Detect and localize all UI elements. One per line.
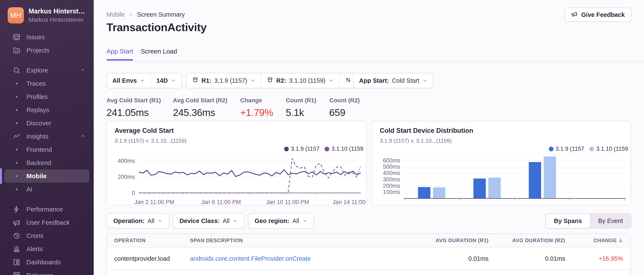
sidebar-item-dashboards[interactable]: Dashboards xyxy=(4,255,90,269)
column-header-change[interactable]: Change xyxy=(565,237,630,243)
release-box-icon xyxy=(267,77,273,85)
sidebar-item-profiles[interactable]: Profiles xyxy=(4,90,90,103)
column-header-span-description[interactable]: Span Description xyxy=(190,237,418,243)
filter-value: All xyxy=(292,217,299,224)
alerts-icon xyxy=(12,245,21,253)
svg-text:Jan 6 11:00 PM: Jan 6 11:00 PM xyxy=(201,199,241,205)
svg-text:100ms: 100ms xyxy=(383,189,400,195)
filter-label: Operation: xyxy=(113,217,144,224)
sidebar-item-user-feedback[interactable]: User Feedback xyxy=(4,216,90,229)
active-indicator xyxy=(0,168,2,184)
sidebar-item-traces[interactable]: Traces xyxy=(4,77,90,90)
table-row[interactable]: contentprovider.loadandroidx.core.conten… xyxy=(107,247,630,270)
main-content: Mobile Screen Summary Give Feedback Tran… xyxy=(94,0,644,275)
svg-text:400ms: 400ms xyxy=(383,170,400,176)
tab-screen-load[interactable]: Screen Load xyxy=(141,48,177,61)
toggle-by-event[interactable]: By Event xyxy=(590,214,631,228)
avatar: MH xyxy=(8,7,24,24)
span-description-link[interactable]: androidx.core.content.FileProvider.onCre… xyxy=(190,255,311,262)
span-filters: Operation:AllDevice Class:AllGeo region:… xyxy=(106,213,314,228)
sidebar: MH Markus Hinterst… Markus Hintersteiner… xyxy=(0,0,94,275)
svg-text:400ms: 400ms xyxy=(118,158,135,164)
toggle-by-spans[interactable]: By Spans xyxy=(546,213,590,228)
stat-change: Change+1.79% xyxy=(240,97,273,118)
cell-span-description: androidx.core.content.FileProvider.onCre… xyxy=(190,255,418,262)
svg-text:medium: medium xyxy=(477,204,497,205)
stat-value: +1.79% xyxy=(240,107,273,118)
sidebar-item-crons[interactable]: Crons xyxy=(4,229,90,242)
sidebar-item-projects[interactable]: Projects xyxy=(4,44,90,57)
period-filter[interactable]: 14D xyxy=(150,73,181,88)
filter-operation-[interactable]: Operation:All xyxy=(106,213,169,228)
cell-avg-duration-r2: 0.01ms xyxy=(488,255,565,262)
filter-value: All xyxy=(222,217,229,224)
environment-filter[interactable]: All Envs xyxy=(107,73,150,88)
sidebar-item-label: Replays xyxy=(26,106,50,114)
filter-value: All xyxy=(148,217,154,224)
sidebar-item-label: Insights xyxy=(26,133,48,140)
sidebar-item-ai[interactable]: AI xyxy=(4,183,90,196)
legend-label[interactable]: 3.1.10 (1159 xyxy=(596,146,628,152)
env-period-filter-group: All Envs 14D xyxy=(106,73,182,88)
chevron-down-icon xyxy=(302,218,307,223)
sidebar-item-performance[interactable]: Performance xyxy=(4,203,90,216)
sidebar-item-backend[interactable]: Backend xyxy=(4,156,90,169)
chevron-down-icon xyxy=(328,78,334,83)
sidebar-item-label: User Feedback xyxy=(26,219,70,226)
sidebar-item-insights[interactable]: Insights xyxy=(4,130,90,143)
legend-label[interactable]: 3.1.10 (1159 xyxy=(331,146,363,152)
sidebar-item-label: Explore xyxy=(26,67,48,74)
stat-count-r2-: Count (R2)659 xyxy=(329,97,360,118)
sidebar-item-label: Issues xyxy=(26,34,45,41)
sidebar-item-mobile[interactable]: Mobile xyxy=(4,169,90,183)
filter-device-class-[interactable]: Device Class:All xyxy=(173,213,244,228)
give-feedback-button[interactable]: Give Feedback xyxy=(564,8,631,22)
svg-text:200ms: 200ms xyxy=(383,183,400,189)
sidebar-item-alerts[interactable]: Alerts xyxy=(4,242,90,255)
sidebar-item-discover[interactable]: Discover xyxy=(4,117,90,130)
stat-count-r1-: Count (R1)5.1k xyxy=(286,97,316,118)
chevron-up-icon xyxy=(80,133,86,140)
stat-value: 245.36ms xyxy=(173,107,228,118)
performance-icon xyxy=(12,205,21,213)
chart-legend: 3.1.9 (11573.1.10 (1159 xyxy=(281,146,363,152)
bullet-icon xyxy=(12,162,21,164)
sidebar-item-frontend[interactable]: Frontend xyxy=(4,143,90,156)
search-icon xyxy=(12,66,21,74)
breadcrumb-mobile[interactable]: Mobile xyxy=(106,11,124,18)
column-header-avg-duration-r2-[interactable]: Avg Duration (R2) xyxy=(488,237,565,243)
column-header-operation[interactable]: Operation xyxy=(107,237,190,243)
sidebar-item-replays[interactable]: Replays xyxy=(4,103,90,117)
sidebar-item-issues[interactable]: Issues xyxy=(4,31,90,44)
release-r2-selector[interactable]: R2: 3.1.10 (1159) xyxy=(261,73,339,88)
legend-label[interactable]: 3.1.9 (1157 xyxy=(291,146,320,152)
stat-value: 5.1k xyxy=(286,107,316,118)
sidebar-item-label: Discover xyxy=(26,120,51,127)
releases-icon xyxy=(12,271,21,275)
org-switcher[interactable]: MH Markus Hinterst… Markus Hintersteiner xyxy=(8,7,88,24)
legend-dot xyxy=(549,147,554,151)
tab-app-start[interactable]: App Start xyxy=(106,48,133,61)
breadcrumb-screen-summary: Screen Summary xyxy=(137,11,185,18)
filter-label: Device Class: xyxy=(180,217,220,224)
sidebar-item-label: Projects xyxy=(26,47,50,54)
sidebar-item-label: Mobile xyxy=(26,172,47,180)
dashboards-icon xyxy=(12,258,21,266)
sidebar-item-releases[interactable]: Releases xyxy=(4,269,90,275)
sidebar-item-label: Alerts xyxy=(26,245,43,253)
legend-label[interactable]: 3.1.9 (1157 xyxy=(556,146,584,152)
stat-label: Avg Cold Start (R1) xyxy=(106,97,161,104)
release-r1-selector[interactable]: R1: 3.1.9 (1157) xyxy=(186,73,261,88)
column-header-avg-duration-r1-[interactable]: Avg Duration (R1) xyxy=(418,237,488,243)
sidebar-item-explore[interactable]: Explore xyxy=(4,64,90,77)
filter-geo-region-[interactable]: Geo region:All xyxy=(248,213,314,228)
svg-text:Jan 14 11:00 PM: Jan 14 11:00 PM xyxy=(333,199,366,205)
stat-label: Change xyxy=(240,97,273,104)
stat-value: 659 xyxy=(329,107,360,118)
svg-text:300ms: 300ms xyxy=(383,176,400,183)
appstart-type-filter[interactable]: App Start: Cold Start xyxy=(354,73,433,88)
tabs: App Start Screen Load xyxy=(106,48,177,61)
chart-legend: 3.1.9 (11573.1.10 (1159 xyxy=(546,146,628,152)
sidebar-item-label: Performance xyxy=(26,206,63,213)
sidebar-item-label: Crons xyxy=(26,232,44,239)
